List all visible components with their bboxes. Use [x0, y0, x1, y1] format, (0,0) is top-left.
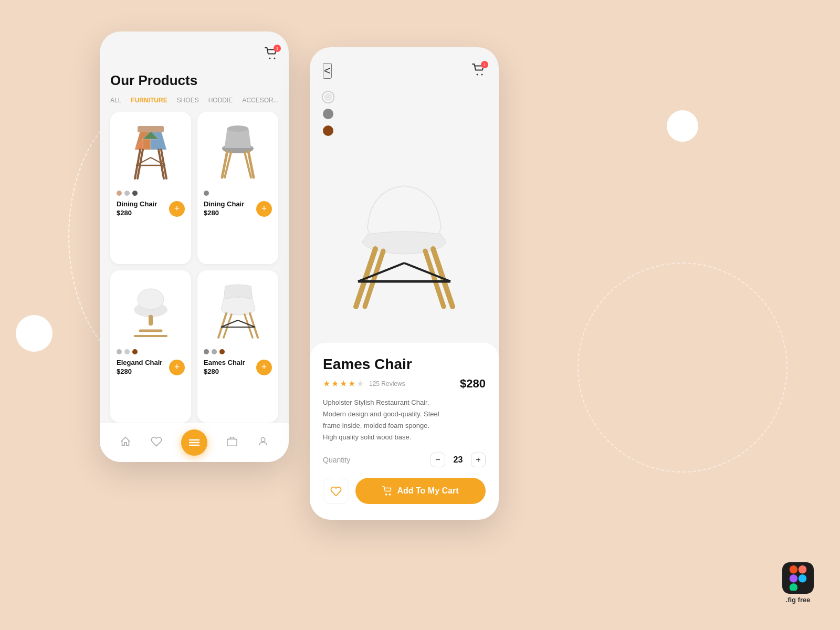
chair-gray-icon	[214, 121, 261, 184]
svg-rect-50	[799, 565, 806, 573]
action-row: Add To My Cart	[323, 478, 486, 504]
color-dot[interactable]	[124, 191, 130, 196]
product-name-4: Eames Chair	[204, 359, 245, 368]
star-1: ★	[323, 379, 330, 388]
cat-furniture[interactable]: FURNITURE	[131, 97, 167, 104]
product-info-1: Dining Chair $280 +	[117, 200, 185, 217]
color-dots-1	[117, 191, 185, 196]
product-name-2: Dining Chair	[204, 200, 244, 209]
color-dot[interactable]	[117, 349, 122, 354]
color-dot[interactable]	[117, 191, 122, 196]
cat-hoddie[interactable]: HODDIE	[208, 97, 233, 104]
phone2-header: < 1	[310, 47, 499, 87]
nav-home-icon[interactable]	[120, 436, 131, 450]
product-card-1[interactable]: Dining Chair $280 +	[110, 112, 191, 264]
product-price-3: $280	[117, 368, 162, 375]
svg-rect-23	[149, 315, 153, 326]
add-product-3-button[interactable]: +	[169, 360, 185, 375]
cart-button[interactable]: 1	[265, 47, 278, 62]
figma-badge: .fig free	[782, 562, 814, 604]
color-dot[interactable]	[204, 349, 209, 354]
product-image-1	[117, 118, 185, 186]
svg-point-47	[386, 494, 387, 495]
quantity-decrease-button[interactable]: −	[430, 453, 445, 467]
product-description: Upholster Stylish Restaurant Chair.Moder…	[323, 397, 486, 443]
nav-heart-icon[interactable]	[151, 436, 162, 450]
bottom-nav	[100, 423, 289, 462]
svg-rect-52	[790, 583, 797, 591]
svg-point-16	[227, 125, 248, 132]
color-selector-brown[interactable]	[323, 125, 333, 136]
nav-menu-center-button[interactable]	[181, 429, 207, 456]
svg-point-22	[138, 289, 164, 310]
cat-accessories[interactable]: ACCESOR...	[242, 97, 278, 104]
add-product-1-button[interactable]: +	[169, 201, 185, 217]
color-dot[interactable]	[204, 191, 209, 196]
cat-shoes[interactable]: SHOES	[177, 97, 199, 104]
chair-colorful-icon	[124, 121, 177, 184]
product-name-3: Elegand Chair	[117, 359, 162, 368]
cat-all[interactable]: ALL	[110, 97, 121, 104]
detail-product-image	[310, 136, 499, 343]
review-count: 125 Reviews	[369, 380, 405, 387]
quantity-label: Quantity	[323, 456, 350, 464]
color-dots-4	[204, 349, 272, 354]
color-dot[interactable]	[132, 349, 138, 354]
add-product-4-button[interactable]: +	[256, 360, 272, 375]
product-price-4: $280	[204, 368, 245, 375]
svg-point-53	[799, 574, 806, 582]
svg-point-1	[274, 58, 276, 59]
product-info-3: Elegand Chair $280 +	[117, 359, 185, 375]
quantity-controls: − 23 +	[430, 453, 486, 467]
cart-icon	[382, 486, 393, 496]
color-dot[interactable]	[132, 191, 138, 196]
svg-rect-36	[227, 439, 237, 446]
color-dots-2	[204, 191, 272, 196]
product-image-4	[204, 277, 272, 345]
page-title: Our Products	[100, 67, 289, 97]
detail-panel: Eames Chair ★ ★ ★ ★ ★ 125 Reviews $280 U…	[310, 343, 499, 520]
nav-person-icon[interactable]	[257, 436, 269, 450]
color-selector-gray[interactable]	[323, 109, 333, 119]
quantity-value: 23	[452, 455, 465, 465]
product-price-2: $280	[204, 209, 244, 217]
product-info-2: Dining Chair $280 +	[204, 200, 272, 217]
product-card-2[interactable]: Dining Chair $280 +	[197, 112, 278, 264]
product-detail-title: Eames Chair	[323, 356, 486, 373]
svg-rect-49	[790, 565, 797, 573]
color-dot[interactable]	[219, 349, 225, 354]
svg-point-48	[390, 494, 391, 495]
product-card-4[interactable]: Eames Chair $280 +	[197, 270, 278, 423]
back-button[interactable]: <	[323, 63, 332, 79]
star-rating: ★ ★ ★ ★ ★	[323, 379, 364, 388]
category-tabs: ALL FURNITURE SHOES HODDIE ACCESOR...	[100, 97, 289, 112]
add-to-cart-button[interactable]: Add To My Cart	[355, 478, 486, 504]
rating-row: ★ ★ ★ ★ ★ 125 Reviews $280	[323, 377, 486, 391]
svg-rect-51	[790, 574, 797, 582]
color-selector-white[interactable]	[323, 92, 333, 102]
cart-badge: 1	[274, 45, 281, 52]
wishlist-button[interactable]	[323, 478, 349, 504]
figma-label: .fig free	[786, 596, 811, 604]
add-product-2-button[interactable]: +	[256, 201, 272, 217]
detail-cart-button[interactable]: 1	[472, 64, 486, 78]
figma-icon	[782, 562, 814, 594]
star-5: ★	[356, 379, 364, 388]
product-card-3[interactable]: Elegand Chair $280 +	[110, 270, 191, 423]
product-detail-price: $280	[460, 377, 486, 391]
chair-eames-small-icon	[213, 281, 263, 341]
star-2: ★	[331, 379, 339, 388]
star-3: ★	[340, 379, 347, 388]
svg-point-38	[477, 74, 478, 76]
phone1-header: 1	[100, 32, 289, 67]
decorative-circle-top	[667, 110, 698, 142]
nav-bag-icon[interactable]	[226, 436, 238, 450]
product-price-1: $280	[117, 209, 157, 217]
phone2-product-detail: < 1	[310, 47, 499, 520]
product-image-3	[117, 277, 185, 345]
phone1-product-list: 1 Our Products ALL FURNITURE SHOES HODDI…	[100, 32, 289, 462]
chair-elegant-icon	[124, 281, 177, 341]
color-dot[interactable]	[212, 349, 217, 354]
quantity-increase-button[interactable]: +	[471, 453, 486, 467]
color-dot[interactable]	[124, 349, 130, 354]
